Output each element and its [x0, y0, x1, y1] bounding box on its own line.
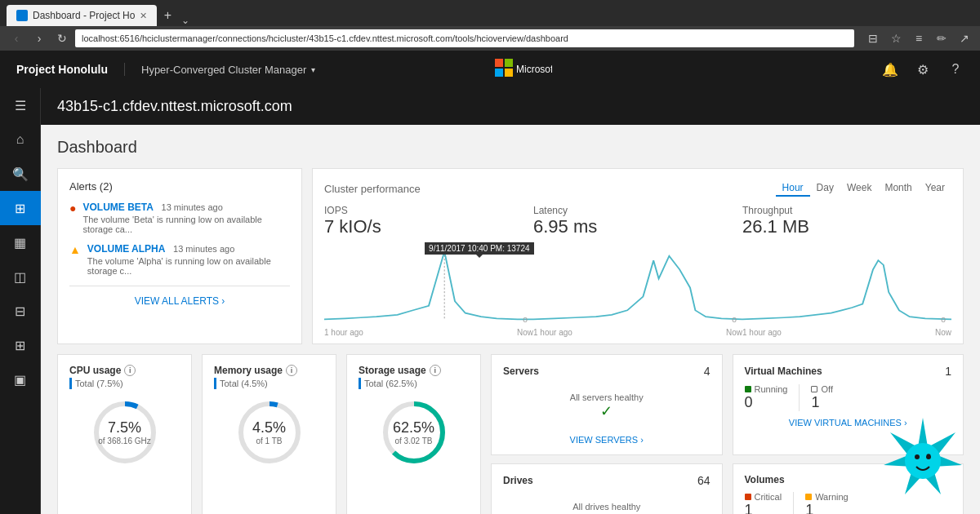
- drives-title: Drives: [503, 475, 533, 486]
- iops-time-labels: 1 hour ago Now: [324, 328, 533, 337]
- cpu-donut: 7.5% of 368.16 GHz: [69, 396, 180, 469]
- drives-header: Drives 64: [503, 474, 710, 487]
- vms-count: 1: [945, 365, 951, 378]
- sidebar-item-dashboard[interactable]: ⊞: [0, 191, 41, 225]
- svg-point-17: [915, 454, 920, 459]
- iops-svg: 0: [324, 242, 533, 324]
- favorites-icon[interactable]: ☆: [887, 29, 905, 47]
- tab-title: Dashboard - Project Ho: [33, 10, 135, 21]
- sidebar-hamburger[interactable]: ☰: [0, 88, 41, 122]
- alert-desc-1: The volume 'Beta' is running low on avai…: [82, 215, 290, 234]
- servers-count: 4: [704, 365, 710, 378]
- iops-chart: 9/11/2017 10:40 PM: 13724 0 1 hour ago N…: [324, 242, 533, 332]
- browser-nav: ‹ › ↻ localhost:6516/hciclustermanager/c…: [0, 26, 980, 51]
- vol-critical-label: Critical: [745, 492, 782, 502]
- svg-rect-3: [505, 69, 513, 77]
- throughput-label: Throughput: [742, 205, 951, 216]
- iops-value: 7 kIO/s: [324, 216, 533, 237]
- vol-divider: [793, 492, 794, 514]
- vol-critical-stat: Critical 1: [745, 492, 782, 514]
- throughput-value: 26.1 MB: [742, 216, 951, 237]
- sidebar-item-drives[interactable]: ◫: [0, 259, 41, 294]
- storage-title: Storage usage i: [359, 365, 469, 376]
- tab-close-button[interactable]: ✕: [140, 11, 147, 21]
- hyper-converged-nav[interactable]: Hyper-Converged Cluster Manager ▾: [125, 51, 332, 88]
- sidebar: ☰ ⌂ 🔍 ⊞ ▦ ◫ ⊟ ⊞ ▣: [0, 88, 41, 514]
- back-button[interactable]: ‹: [7, 29, 26, 48]
- notification-icon[interactable]: 🔔: [879, 58, 902, 81]
- svg-rect-1: [505, 59, 513, 67]
- sidebar-item-servers[interactable]: ▦: [0, 225, 41, 259]
- throughput-section: Throughput 26.1 MB: [742, 205, 951, 237]
- sidebar-item-home[interactable]: ⌂: [0, 122, 41, 157]
- vol-warning-value: 1: [805, 502, 849, 514]
- alert-content-1: VOLUME BETA 13 minutes ago The volume 'B…: [82, 201, 290, 234]
- latency-svg: 0: [533, 242, 742, 324]
- storage-info-icon[interactable]: i: [430, 365, 441, 376]
- sidebar-item-storage[interactable]: ▣: [0, 362, 41, 397]
- tab-list-button[interactable]: ⌄: [181, 15, 189, 26]
- cpu-info-icon[interactable]: i: [124, 365, 136, 376]
- notes-icon[interactable]: ✏: [933, 29, 951, 47]
- burst-decoration: [882, 416, 964, 498]
- view-servers-link[interactable]: VIEW SERVERS ›: [503, 435, 710, 445]
- iops-section: IOPS 7 kIO/s: [324, 205, 533, 237]
- hub-icon[interactable]: ≡: [910, 29, 928, 47]
- forward-button[interactable]: ›: [29, 29, 49, 48]
- view-all-alerts[interactable]: VIEW ALL ALERTS ›: [69, 286, 290, 307]
- settings-icon[interactable]: ⚙: [911, 58, 934, 81]
- alert-time-2: 13 minutes ago: [173, 244, 234, 254]
- vm-off-dot: [811, 386, 817, 392]
- svg-text:0: 0: [732, 315, 737, 323]
- bottom-row: CPU usage i Total (7.5%) 7.5% of 36: [57, 354, 964, 514]
- time-tab-day[interactable]: Day: [810, 180, 840, 197]
- cpu-donut-label: 7.5% of 368.16 GHz: [98, 419, 150, 445]
- servers-title: Servers: [503, 366, 539, 377]
- cpu-subtitle: Total (7.5%): [69, 378, 180, 389]
- servers-card: Servers 4 All servers healthy ✓ VIEW SER…: [491, 354, 723, 455]
- microsoft-logo: Microsoft: [495, 59, 552, 81]
- servers-check-icon: ✓: [600, 402, 612, 420]
- alerts-panel: Alerts (2) ● VOLUME BETA 13 minutes ago …: [57, 168, 302, 344]
- help-icon[interactable]: ?: [944, 58, 967, 81]
- alert-title-2[interactable]: VOLUME ALPHA: [87, 243, 166, 255]
- share-icon[interactable]: ↗: [956, 29, 973, 47]
- latency-time-labels: 1 hour ago Now: [533, 328, 742, 337]
- app-header: Project Honolulu Hyper-Converged Cluster…: [0, 51, 980, 88]
- time-tab-hour[interactable]: Hour: [776, 180, 810, 197]
- page-header: 43b15-c1.cfdev.nttest.microsoft.com: [41, 88, 980, 125]
- time-tabs: Hour Day Week Month Year: [776, 180, 951, 197]
- app-body: ☰ ⌂ 🔍 ⊞ ▦ ◫ ⊟ ⊞ ▣ 43b15-c1.cfdev.nttest.…: [0, 88, 980, 514]
- vm-off-label: Off: [811, 384, 832, 394]
- view-all-alerts-link[interactable]: VIEW ALL ALERTS ›: [135, 295, 225, 307]
- alert-item-2: ▲ VOLUME ALPHA 13 minutes ago The volume…: [69, 242, 290, 276]
- alerts-title: Alerts (2): [69, 180, 290, 193]
- svg-text:Microsoft: Microsoft: [516, 64, 552, 75]
- new-tab-button[interactable]: +: [157, 5, 178, 26]
- storage-donut: 62.5% of 3.02 TB: [359, 396, 469, 469]
- sidebar-item-vms[interactable]: ⊟: [0, 294, 41, 328]
- throughput-svg: 0: [742, 242, 951, 324]
- alert-title-1[interactable]: VOLUME BETA: [82, 202, 153, 213]
- vm-running-value: 0: [745, 394, 788, 411]
- time-tab-year[interactable]: Year: [919, 180, 951, 197]
- vm-off-value: 1: [811, 394, 832, 411]
- latency-value: 6.95 ms: [533, 216, 742, 237]
- memory-info-icon[interactable]: i: [286, 365, 297, 376]
- address-bar[interactable]: localhost:6516/hciclustermanager/connect…: [75, 29, 854, 47]
- vms-header: Virtual Machines 1: [745, 365, 952, 378]
- svg-text:0: 0: [523, 315, 528, 323]
- alert-warn-icon: ▲: [69, 243, 81, 276]
- nav-chevron: ▾: [311, 65, 315, 74]
- reader-icon[interactable]: ⊟: [864, 29, 882, 47]
- time-tab-week[interactable]: Week: [840, 180, 878, 197]
- volumes-title: Volumes: [745, 474, 785, 485]
- active-tab[interactable]: Dashboard - Project Ho ✕: [7, 5, 157, 26]
- servers-drives-col: Servers 4 All servers healthy ✓ VIEW SER…: [491, 354, 723, 514]
- sidebar-search[interactable]: 🔍: [0, 157, 41, 191]
- refresh-button[interactable]: ↻: [52, 29, 72, 48]
- sidebar-item-plus[interactable]: ⊞: [0, 328, 41, 362]
- time-tab-month[interactable]: Month: [878, 180, 918, 197]
- drives-card: Drives 64 All drives healthy ✓ VIEW DRIV…: [491, 463, 723, 514]
- latency-chart: 0 1 hour ago Now: [533, 242, 742, 332]
